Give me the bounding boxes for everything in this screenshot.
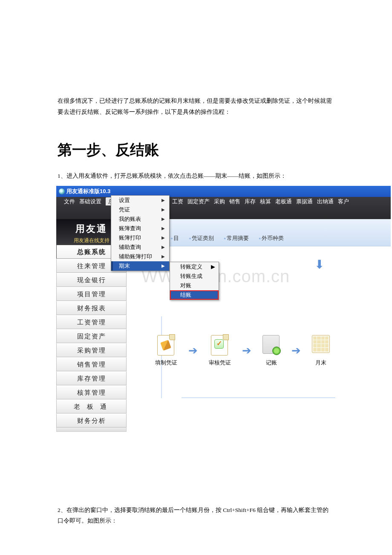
flow-node-month[interactable]: 月末 [312,335,330,367]
menu-purchase[interactable]: 采购 [214,198,225,205]
menu-bills[interactable]: 票据通 [296,198,313,205]
workflow: 填制凭证 ➔ 审核凭证 ➔ 记账 ➔ 月末 [155,335,330,367]
menu-cashier[interactable]: 出纳通 [317,198,334,205]
arrow-right-icon: ➔ [188,344,198,357]
submenu-closing[interactable]: 结账 [170,290,219,300]
menubar: 文件 基础设置 总账 往来 现金 项目 工资 固定资产 采购 销售 库存 核算 … [56,197,391,206]
sidebar-item[interactable]: 固定资产 [56,329,127,343]
submenu-reconcile[interactable]: 对账 [170,281,219,290]
toolbar-item[interactable]: 目 [171,234,179,242]
menu-basic[interactable]: 基础设置 [79,198,101,205]
flow-arrow-down-icon: ⬇ [314,257,324,272]
menu-item-book-print[interactable]: 账簿打印▶ [111,233,169,243]
period-end-submenu[interactable]: 转账定义▶ 转账生成 对账 结账 [170,262,219,300]
chevron-right-icon: ▶ [161,235,165,240]
menu-customer[interactable]: 客户 [338,198,349,205]
sidebar-item[interactable]: 采购管理 [56,343,127,357]
menu-salary[interactable]: 工资 [172,198,183,205]
workflow-canvas [127,246,391,490]
step1-text: 1、进入用友通软件，打开总账系统模块，依次点击总账——期末——结账，如图所示： [58,171,334,181]
sidebar-item[interactable]: 库存管理 [56,371,127,385]
step2-text: 2、在弹出的窗口中，选择要取消结账的最后一个结账月份，按 Ctrl+Shift+… [58,505,334,526]
menu-file[interactable]: 文件 [64,198,75,205]
chevron-right-icon: ▶ [161,263,165,268]
menu-item-my-reports[interactable]: 我的账表▶ [111,214,169,224]
arrow-right-icon: ➔ [291,344,301,357]
sidebar-item[interactable]: 工资管理 [56,315,127,329]
flow-line [182,397,335,398]
menu-audit[interactable]: 核算 [260,198,271,205]
chevron-right-icon: ▶ [161,198,165,202]
menu-item-settings[interactable]: 设置▶ [111,196,169,205]
submenu-transfer-def[interactable]: 转账定义▶ [170,262,219,272]
chevron-right-icon: ▶ [161,245,165,249]
sidebar-item[interactable]: 现金银行 [56,273,127,287]
sidebar-item[interactable]: 核算管理 [56,385,127,399]
sidebar-item-boss[interactable]: 老 板 通 [56,399,127,413]
flow-label: 记账 [266,359,277,367]
chevron-right-icon: ▶ [161,254,165,259]
app-body: 目 凭证类别 常用摘要 外币种类 用友通 用友通在线支持 总账系统 往来管理 现… [56,219,391,490]
sidebar-item[interactable]: 财务报表 [56,301,127,315]
flow-node-fill[interactable]: 填制凭证 [155,335,177,367]
chevron-right-icon: ▶ [211,262,215,272]
menu-boss[interactable]: 老板通 [275,198,292,205]
menu-item-voucher[interactable]: 凭证▶ [111,205,169,214]
toolbar-item[interactable]: 常用摘要 [224,234,249,242]
document-edit-icon [157,335,175,356]
flow-label: 填制凭证 [155,359,177,367]
sidebar-item[interactable]: 销售管理 [56,357,127,371]
submenu-transfer-gen[interactable]: 转账生成 [170,272,219,281]
menu-item-book-query[interactable]: 账簿查询▶ [111,224,169,233]
menu-item-period-end[interactable]: 期末▶ [111,261,169,271]
intro-text: 在很多情况下，已经进行了总账系统的记账和月末结账，但是需要去修改凭证或删除凭证，… [58,95,334,117]
ledger-dropdown[interactable]: 设置▶ 凭证▶ 我的账表▶ 账簿查询▶ 账簿打印▶ 辅助查询▶ 辅助账簿打印▶ … [111,195,170,271]
chevron-right-icon: ▶ [161,217,165,221]
menu-item-aux-print[interactable]: 辅助账簿打印▶ [111,252,169,261]
menu-item-aux-query[interactable]: 辅助查询▶ [111,243,169,252]
app-icon [59,188,65,194]
app-screenshot: 用友通标准版10.3 文件 基础设置 总账 往来 现金 项目 工资 固定资产 采… [56,186,391,490]
flow-node-audit[interactable]: 审核凭证 [209,335,231,367]
sidebar-tail [56,428,127,432]
flow-label: 月末 [315,359,326,367]
sidebar-item[interactable]: 项目管理 [56,287,127,301]
menu-sales[interactable]: 销售 [229,198,240,205]
toolbar-item[interactable]: 外币种类 [259,234,284,242]
content-toolbar: 目 凭证类别 常用摘要 外币种类 [169,232,284,245]
sidebar-item[interactable]: 财务分析 [56,413,127,428]
flow-node-book[interactable]: 记账 [262,335,280,367]
window-titlebar[interactable]: 用友通标准版10.3 [56,186,391,197]
chevron-right-icon: ▶ [161,207,165,212]
flow-label: 审核凭证 [209,359,231,367]
menu-fixed-asset[interactable]: 固定资产 [187,198,210,205]
menubar-area: 文件 基础设置 总账 往来 现金 项目 工资 固定资产 采购 销售 库存 核算 … [56,197,391,219]
menu-stock[interactable]: 库存 [245,198,256,205]
window-title: 用友通标准版10.3 [66,188,110,195]
calendar-icon [312,335,330,356]
chevron-right-icon: ▶ [161,226,165,231]
section-heading: 第一步、反结账 [58,140,334,160]
toolbar-item[interactable]: 凭证类别 [189,234,214,242]
book-refresh-icon [262,335,280,356]
document-check-icon [211,335,229,356]
nav-list: 总账系统 往来管理 现金银行 项目管理 财务报表 工资管理 固定资产 采购管理 … [56,245,127,432]
arrow-right-icon: ➔ [242,344,251,357]
